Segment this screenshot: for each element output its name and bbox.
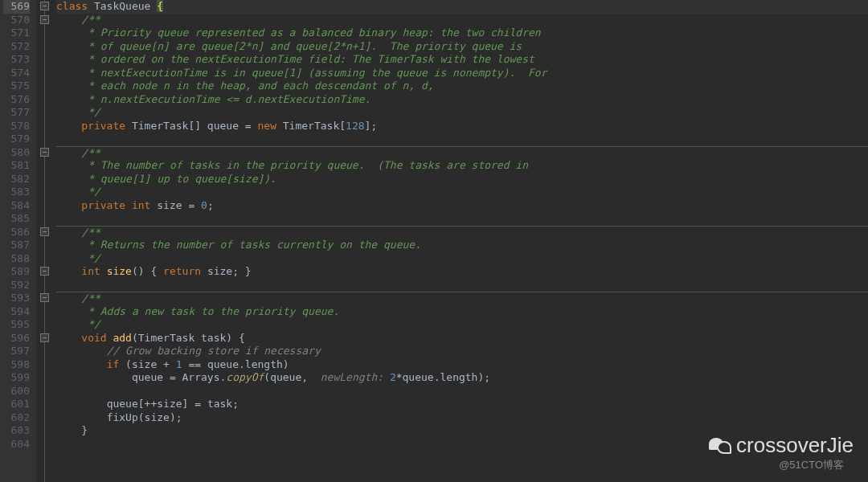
code-line: /** <box>56 14 868 27</box>
code-line: * nextExecutionTime is in queue[1] (assu… <box>56 67 868 80</box>
watermark: crossoverJie <box>709 433 854 458</box>
code-line <box>56 385 868 398</box>
code-line: private TimerTask[] queue = new TimerTas… <box>56 120 868 133</box>
code-line: */ <box>56 318 868 332</box>
line-number: 583 <box>3 186 30 199</box>
code-line: fixUp(size); <box>56 411 868 425</box>
wechat-icon <box>709 436 731 455</box>
code-line: queue = Arrays.copyOf(queue, newLength: … <box>56 371 868 385</box>
line-number: 575 <box>3 80 30 93</box>
code-line: * of queue[n] are queue[2*n] and queue[2… <box>56 40 868 54</box>
line-number: 570 <box>3 14 30 27</box>
line-number: 592 <box>3 279 30 292</box>
line-number: 598 <box>3 358 30 372</box>
code-line: * ordered on the nextExecutionTime field… <box>56 53 868 67</box>
line-number: 585 <box>3 212 30 226</box>
code-line: */ <box>56 106 868 120</box>
fold-toggle-icon[interactable]: − <box>40 15 49 24</box>
line-number: 596 <box>3 332 30 345</box>
line-number: 582 <box>3 173 30 186</box>
code-line: * each node n in the heap, and each desc… <box>56 80 868 93</box>
line-number: 574 <box>3 67 30 80</box>
line-number: 602 <box>3 411 30 425</box>
code-line: */ <box>56 252 868 266</box>
line-number: 569 <box>3 0 30 14</box>
code-line: private int size = 0; <box>56 199 868 213</box>
code-line: * Returns the number of tasks currently … <box>56 239 868 252</box>
line-number: 589 <box>3 265 30 279</box>
code-line: // Grow backing store if necessary <box>56 345 868 358</box>
code-line <box>56 133 868 146</box>
line-number: 581 <box>3 159 30 173</box>
line-number: 599 <box>3 371 30 385</box>
fold-toggle-icon[interactable]: − <box>40 2 49 10</box>
code-line <box>56 279 868 292</box>
line-number: 572 <box>3 40 30 54</box>
code-line <box>56 212 868 226</box>
code-area[interactable]: class TaskQueue { /** * Priority queue r… <box>53 0 868 482</box>
line-number: 595 <box>3 318 30 332</box>
line-number: 593 <box>3 292 30 305</box>
fold-column: − − − − − − − <box>37 0 53 482</box>
code-line: * queue[1] up to queue[size]). <box>56 173 868 186</box>
line-number: 578 <box>3 120 30 133</box>
watermark-subtitle: @51CTO博客 <box>779 458 844 472</box>
line-number: 603 <box>3 424 30 438</box>
code-line: /** <box>56 226 868 239</box>
code-line: queue[++size] = task; <box>56 398 868 411</box>
line-number: 576 <box>3 93 30 107</box>
fold-toggle-icon[interactable]: − <box>40 267 49 276</box>
fold-toggle-icon[interactable]: − <box>40 333 49 342</box>
code-line: * Adds a new task to the priority queue. <box>56 305 868 319</box>
fold-toggle-icon[interactable]: − <box>40 293 49 302</box>
line-number: 604 <box>3 438 30 451</box>
line-number: 584 <box>3 199 30 213</box>
fold-toggle-icon[interactable]: − <box>40 227 49 236</box>
line-number: 600 <box>3 385 30 398</box>
code-line: if (size + 1 == queue.length) <box>56 358 868 372</box>
code-line: /** <box>56 146 868 160</box>
code-line: /** <box>56 292 868 305</box>
code-line: void add(TimerTask task) { <box>56 332 868 345</box>
line-number: 601 <box>3 398 30 411</box>
line-number: 580 <box>3 146 30 160</box>
line-number: 594 <box>3 305 30 319</box>
watermark-text: crossoverJie <box>736 433 854 458</box>
line-number: 571 <box>3 27 30 40</box>
line-number: 587 <box>3 239 30 252</box>
code-line: * n.nextExecutionTime <= d.nextExecution… <box>56 93 868 107</box>
line-number: 597 <box>3 345 30 358</box>
fold-toggle-icon[interactable]: − <box>40 148 49 157</box>
code-line: */ <box>56 186 868 199</box>
code-editor: 569 570 571 572 573 574 575 576 577 578 … <box>0 0 868 482</box>
line-number: 573 <box>3 53 30 67</box>
code-line: int size() { return size; } <box>56 265 868 279</box>
line-number: 586 <box>3 226 30 239</box>
line-number: 577 <box>3 106 30 120</box>
code-line: * Priority queue represented as a balanc… <box>56 27 868 40</box>
line-number: 579 <box>3 133 30 146</box>
line-number-gutter: 569 570 571 572 573 574 575 576 577 578 … <box>0 0 37 482</box>
code-line: * The number of tasks in the priority qu… <box>56 159 868 173</box>
line-number: 588 <box>3 252 30 266</box>
code-line: class TaskQueue { <box>56 0 868 14</box>
